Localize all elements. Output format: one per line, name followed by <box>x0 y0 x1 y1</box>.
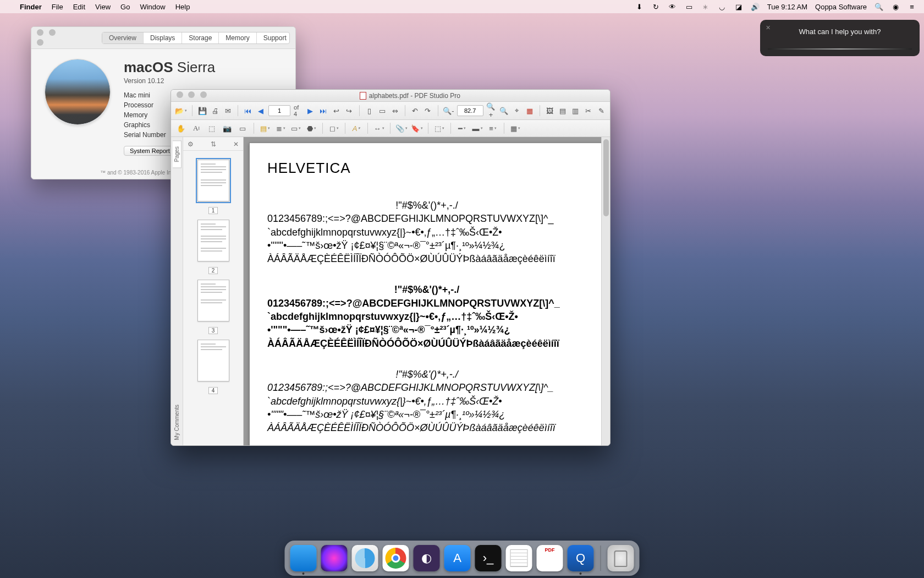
tab-storage[interactable]: Storage <box>182 32 219 43</box>
scrollbar-thumb[interactable] <box>603 139 609 216</box>
tab-memory[interactable]: Memory <box>219 32 256 43</box>
line-style-tool[interactable]: ━ <box>455 122 469 134</box>
siri-menu-icon[interactable]: ◉ <box>891 3 900 11</box>
dropbox-icon[interactable]: ⬇ <box>635 3 644 11</box>
hand-tool[interactable]: ✋ <box>174 122 188 134</box>
tab-displays[interactable]: Displays <box>144 32 182 43</box>
page-number-input[interactable] <box>268 105 290 116</box>
bluetooth-icon[interactable]: ∗ <box>701 3 710 11</box>
zoom-in-button[interactable]: 🔍+ <box>486 105 496 117</box>
camera-tool[interactable]: 📷 <box>221 122 234 134</box>
sticky-note-tool[interactable]: ▤ <box>258 122 272 134</box>
minimize-icon[interactable] <box>49 29 56 36</box>
dock-finder[interactable] <box>290 545 317 571</box>
thumb-page-3[interactable] <box>197 280 229 321</box>
rotate-cw-button[interactable]: ↷ <box>422 105 433 117</box>
save-button[interactable]: 💾 <box>197 105 207 117</box>
menu-go[interactable]: Go <box>120 3 130 11</box>
prev-page-button[interactable]: ◀ <box>256 105 266 117</box>
transparency-tool[interactable]: ▦ <box>509 122 522 134</box>
prev-view-button[interactable]: ↩ <box>331 105 342 117</box>
edit-content-button[interactable]: ✎ <box>596 105 606 117</box>
line-weight-tool[interactable]: ≡ <box>486 122 499 134</box>
menu-file[interactable]: File <box>52 3 63 11</box>
history-icon[interactable]: ↻ <box>652 3 661 11</box>
side-tab-pages[interactable]: Pages <box>173 140 182 168</box>
minimize-icon[interactable] <box>188 91 195 98</box>
compare-button[interactable]: ▤ <box>557 105 568 117</box>
actual-size-button[interactable]: ▯ <box>364 105 374 117</box>
notification-center-icon[interactable]: ≡ <box>908 3 916 11</box>
optimize-button[interactable]: ▥ <box>570 105 580 117</box>
open-button[interactable]: 📂 <box>174 105 188 117</box>
callout-tool[interactable]: ▭ <box>289 122 302 134</box>
tab-support[interactable]: Support <box>257 32 290 43</box>
shape-tool[interactable]: ◻ <box>327 122 340 134</box>
sign-button[interactable]: 🖼 <box>544 105 554 117</box>
text-select-tool[interactable]: AI <box>190 122 203 134</box>
thumb-options-icon[interactable]: ⚙ <box>188 140 194 148</box>
fit-page-button[interactable]: ▭ <box>377 105 387 117</box>
wifi-icon[interactable]: ◡ <box>718 3 727 11</box>
vertical-scrollbar[interactable] <box>601 137 610 445</box>
dock-pdf[interactable] <box>537 545 563 571</box>
menu-help[interactable]: Help <box>175 3 190 11</box>
siri-close-icon[interactable]: ✕ <box>766 24 771 31</box>
attach-tool[interactable]: 📎 <box>395 122 408 134</box>
side-tab-comments[interactable]: My Comments <box>173 399 181 445</box>
dock-eclipse[interactable]: ◐ <box>414 545 440 571</box>
close-icon[interactable] <box>37 29 43 36</box>
snapshot-tool[interactable]: ⬚ <box>205 122 218 134</box>
dock-appstore[interactable]: A <box>444 545 471 571</box>
dock-pdfstudio[interactable]: Q <box>568 545 594 571</box>
measure-tool[interactable]: ↔ <box>372 122 386 134</box>
highlight-tool[interactable]: A <box>350 122 363 134</box>
fit-width-button[interactable]: ⇔ <box>389 105 400 117</box>
dock-safari[interactable] <box>352 545 378 571</box>
loupe-button[interactable]: 🔍 <box>498 105 509 117</box>
close-icon[interactable] <box>177 91 183 98</box>
stamp-tool[interactable]: ⬣ <box>305 122 318 134</box>
pdf-traffic-lights[interactable] <box>171 91 210 100</box>
zoom-out-button[interactable]: 🔍- <box>442 105 454 117</box>
zoom-icon[interactable] <box>37 39 43 46</box>
zoom-input[interactable] <box>457 105 483 116</box>
menubar-clock[interactable]: Tue 9:12 AM <box>767 3 807 11</box>
menubar-app[interactable]: Finder <box>20 3 42 11</box>
thumb-close-icon[interactable]: ✕ <box>233 140 239 148</box>
thumb-page-1[interactable] <box>197 160 229 201</box>
menu-edit[interactable]: Edit <box>73 3 85 11</box>
siri-panel[interactable]: ✕ What can I help you with? <box>760 20 920 56</box>
dock-trash[interactable] <box>608 545 634 571</box>
thumb-page-4[interactable] <box>197 340 229 381</box>
dock-chrome[interactable] <box>383 545 409 571</box>
print-button[interactable]: 🖨 <box>210 105 220 117</box>
crop-button[interactable]: ✂ <box>583 105 593 117</box>
typewriter-tool[interactable]: ≣ <box>274 122 287 134</box>
display-icon[interactable]: ▭ <box>685 3 694 11</box>
about-traffic-lights[interactable] <box>37 28 65 48</box>
email-button[interactable]: ✉ <box>223 105 233 117</box>
first-page-button[interactable]: ⏮ <box>243 105 253 117</box>
last-page-button[interactable]: ⏭ <box>318 105 328 117</box>
fill-color-tool[interactable]: ▬ <box>471 122 484 134</box>
spotlight-icon[interactable]: 🔍 <box>875 3 883 11</box>
dock-siri[interactable] <box>321 545 348 571</box>
about-titlebar[interactable]: Overview Displays Storage Memory Support… <box>31 27 295 49</box>
tab-overview[interactable]: Overview <box>102 32 144 43</box>
thumb-page-2[interactable] <box>197 220 229 261</box>
dock-terminal[interactable]: ›_ <box>475 545 502 571</box>
binoculars-icon[interactable]: 👁 <box>668 3 677 11</box>
next-page-button[interactable]: ▶ <box>305 105 316 117</box>
pdf-document-area[interactable]: HELVETICA !"#$%&'()*+,-./ 0123456789:;<=… <box>244 137 610 445</box>
volume-icon[interactable]: 🔊 <box>751 3 760 11</box>
menubar-right-app[interactable]: Qoppa Software <box>815 3 867 11</box>
battery-icon[interactable]: ◪ <box>734 3 743 11</box>
dock-textedit[interactable] <box>506 545 532 571</box>
pan-zoom-button[interactable]: ⌖ <box>512 105 522 117</box>
zoom-icon[interactable] <box>200 91 207 98</box>
menu-view[interactable]: View <box>95 3 111 11</box>
area-tool[interactable]: ⬚ <box>433 122 446 134</box>
link-tool[interactable]: ▭ <box>236 122 249 134</box>
pdf-titlebar[interactable]: alphabets.pdf - PDF Studio Pro <box>171 90 610 102</box>
